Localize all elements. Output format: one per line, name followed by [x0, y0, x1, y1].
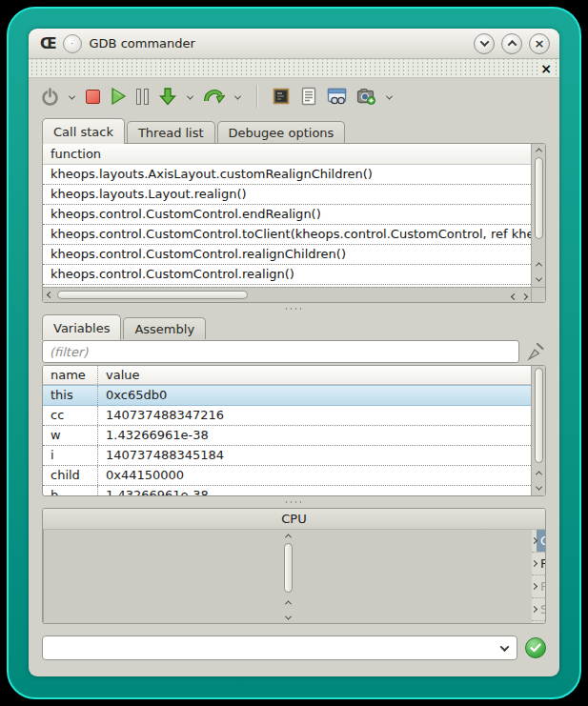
call-stack-panel: function kheops.layouts.AxisLayout.custo…: [42, 143, 546, 303]
tab-call-stack[interactable]: Call stack: [42, 118, 125, 144]
call-stack-hscrollbar[interactable]: [43, 287, 531, 302]
clear-filter-button[interactable]: [525, 341, 546, 362]
scroll-right-icon[interactable]: [522, 288, 527, 302]
filter-row: [29, 339, 559, 365]
command-row: [42, 635, 546, 660]
app-icon: Œ: [40, 35, 55, 52]
minimize-button[interactable]: [474, 33, 495, 54]
scroll-left-icon[interactable]: [512, 288, 517, 302]
variable-row[interactable]: child 0x44150000: [43, 466, 531, 486]
power-icon: [41, 88, 59, 106]
scroll-down-icon[interactable]: [537, 479, 541, 494]
add-snapshot-button[interactable]: [354, 83, 379, 110]
broom-icon: [525, 341, 546, 362]
stop-icon: [86, 90, 100, 104]
power-button[interactable]: [38, 83, 62, 110]
variable-row[interactable]: b 1.43266961e-38: [43, 486, 531, 495]
variable-row[interactable]: cc 140737488347216: [43, 406, 531, 426]
call-stack-row[interactable]: kheops.control.CustomControl.realignChil…: [43, 245, 531, 265]
call-stack-row[interactable]: kheops.control.CustomControl.toClient(kh…: [43, 225, 531, 245]
variables-panel: name value this 0xc65db0 cc 140737488347…: [42, 365, 546, 496]
scroll-up-icon[interactable]: [286, 594, 291, 608]
cpu-register-row[interactable]: SSR (TInspectableSSR): [532, 598, 545, 621]
scrollbar-corner: [531, 287, 545, 302]
call-stack-row[interactable]: kheops.layouts.Layout.realign(): [43, 185, 531, 205]
step-over-icon: [204, 87, 225, 106]
expand-icon[interactable]: [532, 538, 537, 543]
tab-debugee-options[interactable]: Debugee options: [217, 121, 346, 143]
document-icon: [300, 87, 317, 106]
cpu-panel: CPU CPU (TInspectableGPR) FLAGS [PF,ZF,I…: [42, 508, 546, 624]
cpu-vscrollbar[interactable]: [43, 530, 532, 624]
column-value[interactable]: value: [98, 366, 140, 384]
variables-vscrollbar[interactable]: [531, 366, 545, 495]
confirm-button[interactable]: [525, 637, 546, 658]
close-icon: ×: [535, 37, 545, 50]
call-stack-vscrollbar[interactable]: [531, 144, 545, 287]
watch-window-icon: [327, 87, 347, 106]
call-stack-row[interactable]: kheops.layouts.AxisLayout.customRealignC…: [43, 165, 531, 185]
tab-variables[interactable]: Variables: [42, 314, 121, 340]
scroll-left-icon[interactable]: [43, 289, 56, 301]
pause-button[interactable]: [133, 83, 152, 110]
camera-add-icon: [356, 87, 376, 106]
window-title: GDB commander: [90, 36, 466, 50]
cpu-panel-title: CPU: [43, 509, 545, 530]
debug-toolbar: [29, 78, 559, 114]
cpu-register-row[interactable]: FLAGS [PF,ZF,IF]: [532, 553, 545, 575]
call-stack-row[interactable]: kheops.control.CustomControl.endRealign(…: [43, 205, 531, 225]
scroll-thumb[interactable]: [284, 543, 293, 593]
top-tab-bar: Call stack Thread list Debugee options: [29, 117, 559, 143]
pause-icon: [136, 89, 149, 105]
check-icon: [530, 643, 541, 653]
tab-thread-list[interactable]: Thread list: [127, 121, 215, 143]
run-button[interactable]: [107, 83, 130, 110]
scroll-thumb[interactable]: [57, 291, 248, 299]
step-into-button[interactable]: [155, 83, 180, 110]
horizontal-splitter[interactable]: [29, 496, 559, 508]
toolbar-separator: [256, 85, 257, 108]
stop-button[interactable]: [83, 83, 103, 110]
step-into-dropdown[interactable]: [184, 83, 197, 110]
step-over-dropdown[interactable]: [232, 83, 245, 110]
expand-icon[interactable]: [532, 561, 537, 566]
snapshot-dropdown[interactable]: [383, 83, 396, 110]
horizontal-splitter[interactable]: [29, 303, 559, 314]
scroll-down-icon[interactable]: [537, 271, 541, 285]
call-stack-row[interactable]: kheops.control.CustomControl.realign(): [43, 265, 531, 285]
cpu-register-row[interactable]: FPU (TInspectableFPR): [532, 575, 545, 598]
cpu-register-row[interactable]: CPU (TInspectableGPR): [532, 530, 545, 553]
scroll-up-icon[interactable]: [537, 464, 541, 478]
maximize-button[interactable]: [501, 33, 522, 54]
tab-assembly[interactable]: Assembly: [123, 317, 206, 339]
watch-window-button[interactable]: [324, 83, 350, 110]
filter-input[interactable]: [42, 340, 519, 363]
call-stack-column-header[interactable]: function: [43, 144, 531, 165]
close-button[interactable]: ×: [529, 33, 550, 54]
dock-close-icon[interactable]: ×: [538, 62, 554, 75]
dock-handle-strip[interactable]: ×: [29, 59, 559, 78]
variable-row[interactable]: this 0xc65db0: [43, 385, 531, 406]
gdb-commander-window: Œ · GDB commander × ×: [29, 29, 559, 676]
command-combobox[interactable]: [42, 635, 517, 660]
power-dropdown[interactable]: [66, 83, 79, 110]
titlebar: Œ · GDB commander ×: [29, 29, 559, 59]
combo-dropdown-icon[interactable]: [500, 642, 510, 652]
scroll-up-icon[interactable]: [281, 530, 294, 542]
variable-row[interactable]: w 1.43266961e-38: [43, 426, 531, 446]
scroll-up-icon[interactable]: [532, 144, 545, 156]
column-name[interactable]: name: [43, 366, 98, 384]
source-list-button[interactable]: [297, 83, 320, 110]
scroll-up-icon[interactable]: [537, 255, 541, 270]
scroll-thumb[interactable]: [535, 157, 543, 239]
variable-row[interactable]: i 140737488345184: [43, 446, 531, 466]
mid-tab-bar: Variables Assembly: [29, 314, 559, 339]
scroll-down-icon[interactable]: [286, 609, 291, 623]
expand-icon[interactable]: [532, 607, 537, 612]
variables-header[interactable]: name value: [43, 366, 531, 385]
scroll-thumb[interactable]: [535, 368, 543, 463]
cpu-view-button[interactable]: [269, 83, 294, 110]
expand-icon[interactable]: [532, 584, 537, 589]
step-over-button[interactable]: [201, 83, 228, 110]
window-menu-button[interactable]: ·: [63, 34, 82, 53]
